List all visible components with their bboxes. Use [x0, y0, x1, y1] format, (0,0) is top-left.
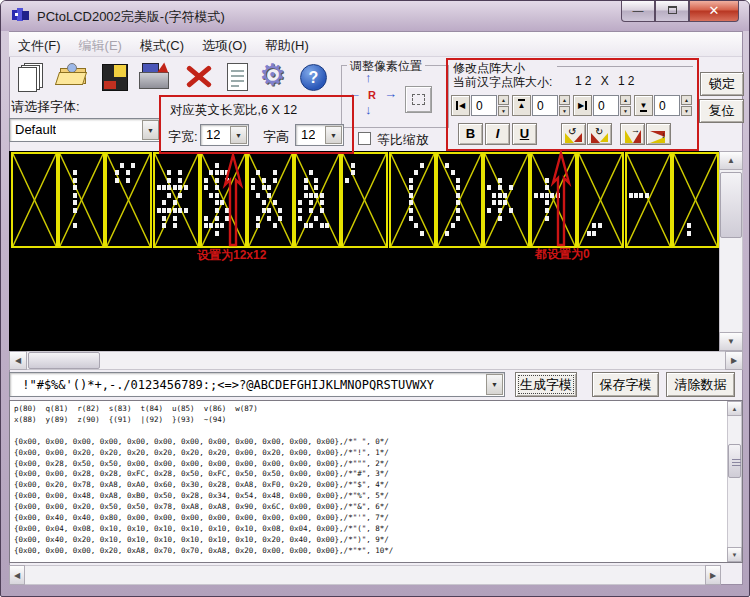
annotation-arrow-up — [221, 153, 245, 249]
menu-item[interactable]: 选项(O) — [193, 33, 256, 58]
glyph-cell[interactable] — [153, 152, 200, 248]
help-button[interactable]: ? — [296, 60, 333, 96]
glyph-pixel — [456, 185, 460, 190]
glyph-pixel — [256, 170, 260, 175]
char-list-combobox[interactable]: !"#$%&'()*+,-./0123456789:;<=>?@ABCDEFGH… — [9, 372, 505, 397]
glyph-pixel — [498, 178, 502, 183]
reset-button[interactable]: 复位 — [699, 99, 744, 123]
app-window: PCtoLCD2002完美版-(字符模式) — ✕ 文件(F)编辑(E)模式(C… — [0, 0, 750, 597]
glyph-pixel — [251, 185, 255, 190]
display-hscrollbar[interactable] — [9, 351, 743, 370]
margin-bottom-spinner[interactable]: ▲▼ — [681, 95, 692, 116]
underline-button[interactable]: U — [512, 123, 537, 145]
font-select-combobox[interactable]: Default ▼ — [9, 118, 161, 142]
chevron-down-icon[interactable]: ▼ — [142, 120, 159, 140]
glyph-cell[interactable] — [483, 152, 530, 248]
code-vscrollbar[interactable] — [727, 401, 742, 562]
glyph-pixel — [451, 223, 455, 228]
scroll-left-button[interactable]: ◀ — [9, 565, 25, 585]
maximize-button[interactable] — [655, 1, 689, 22]
code-output-area[interactable]: p(80) q(81) r(82) s(83) t(84) u(85) v(86… — [9, 400, 743, 563]
bottom-hscrollbar[interactable] — [9, 565, 721, 585]
scroll-down-button[interactable]: ▼ — [727, 547, 742, 562]
save-font-button[interactable]: 保存字模 — [592, 372, 659, 397]
move-up-icon[interactable]: ↑ — [365, 72, 372, 84]
delete-button[interactable] — [180, 60, 217, 96]
menu-item[interactable]: 帮助(H) — [256, 33, 318, 58]
margin-left-spinner[interactable]: ▲▼ — [498, 95, 509, 116]
scroll-down-button[interactable]: ▼ — [719, 332, 743, 351]
margin-top-icon[interactable]: ▲ — [512, 95, 531, 116]
scroll-right-button[interactable]: ▶ — [705, 565, 721, 585]
margin-bottom-field[interactable]: 0 — [654, 95, 680, 116]
export-button[interactable] — [137, 60, 174, 96]
glyph-cell[interactable] — [294, 152, 341, 248]
open-file-button[interactable] — [53, 60, 90, 96]
glyph-pixel — [456, 200, 460, 205]
code-vscroll-thumb[interactable] — [728, 444, 741, 478]
clear-data-button[interactable]: 清除数据 — [666, 372, 735, 397]
margin-left-field[interactable]: 0 — [471, 95, 497, 116]
reset-position-r[interactable]: R — [368, 89, 376, 101]
glyph-cell[interactable] — [436, 152, 483, 248]
chevron-down-icon[interactable]: ▼ — [486, 374, 503, 395]
menu-item[interactable]: 编辑(E) — [70, 33, 131, 58]
proportional-scale-checkbox[interactable] — [358, 132, 371, 145]
font-select-label: 请选择字体: — [11, 98, 80, 116]
flip-vertical-button[interactable]: → — [620, 123, 645, 145]
notes-icon — [227, 63, 248, 91]
margin-right-field[interactable]: 0 — [593, 95, 619, 116]
menu-item[interactable]: 模式(C) — [131, 33, 193, 58]
lock-button[interactable]: 锁定 — [700, 72, 744, 96]
move-right-icon[interactable]: → — [384, 88, 397, 100]
scroll-left-button[interactable]: ◀ — [9, 351, 27, 370]
glyph-pixel — [320, 193, 324, 198]
notes-button[interactable] — [220, 60, 257, 96]
generate-font-button[interactable]: 生成字模 — [515, 372, 577, 397]
glyph-cell[interactable] — [11, 152, 58, 248]
close-button[interactable]: ✕ — [689, 1, 739, 22]
glyph-pixel — [687, 231, 691, 236]
glyph-pixel — [204, 216, 208, 221]
scroll-right-button[interactable]: ▶ — [725, 351, 743, 370]
glyph-pixel — [73, 178, 77, 183]
margin-bottom-icon[interactable]: ▼ — [634, 95, 653, 116]
glyph-pixel — [298, 216, 302, 221]
scroll-up-button[interactable]: ▲ — [727, 401, 742, 416]
margin-left-icon[interactable]: ◀ — [451, 95, 470, 116]
margin-right-spinner[interactable]: ▲▼ — [620, 95, 631, 116]
italic-button[interactable]: I — [485, 123, 510, 145]
rotate-right-button[interactable]: ↻ — [587, 123, 612, 145]
new-file-button[interactable] — [13, 60, 50, 96]
move-down-icon[interactable]: ↓ — [365, 104, 372, 116]
glyph-cell[interactable] — [672, 152, 719, 248]
margin-top-field[interactable]: 0 — [532, 95, 558, 116]
size-annotation: 设置为12x12 — [197, 247, 266, 264]
margin-right-icon[interactable]: ▶ — [573, 95, 592, 116]
display-hscroll-thumb[interactable] — [28, 352, 100, 369]
rotate-left-button[interactable]: ↺ — [561, 123, 586, 145]
glyph-cell[interactable] — [247, 152, 294, 248]
glyph-pixel — [298, 208, 302, 213]
center-glyph-button[interactable] — [405, 86, 432, 113]
glyph-cell[interactable] — [389, 152, 436, 248]
menu-item[interactable]: 文件(F) — [9, 33, 70, 58]
save-button[interactable] — [97, 60, 134, 96]
glyph-cell[interactable] — [625, 152, 672, 248]
bold-button[interactable]: B — [458, 123, 483, 145]
scroll-up-button[interactable]: ▲ — [719, 151, 743, 170]
glyph-pixel — [540, 193, 544, 198]
glyph-pixel — [492, 193, 496, 198]
flip-horizontal-button[interactable]: ↓ — [646, 123, 671, 145]
settings-button[interactable]: ⚙ — [258, 60, 295, 96]
glyph-pixel — [314, 178, 318, 183]
margin-top-spinner[interactable]: ▲▼ — [559, 95, 570, 116]
glyph-cell[interactable] — [341, 152, 388, 248]
display-vscroll-thumb[interactable] — [720, 172, 742, 238]
glyph-cell[interactable] — [105, 152, 152, 248]
glyph-pixel — [456, 216, 460, 221]
minimize-button[interactable]: — — [621, 1, 655, 22]
glyph-cell[interactable] — [577, 152, 624, 248]
glyph-cell[interactable] — [58, 152, 105, 248]
glyph-pixel — [167, 185, 171, 190]
